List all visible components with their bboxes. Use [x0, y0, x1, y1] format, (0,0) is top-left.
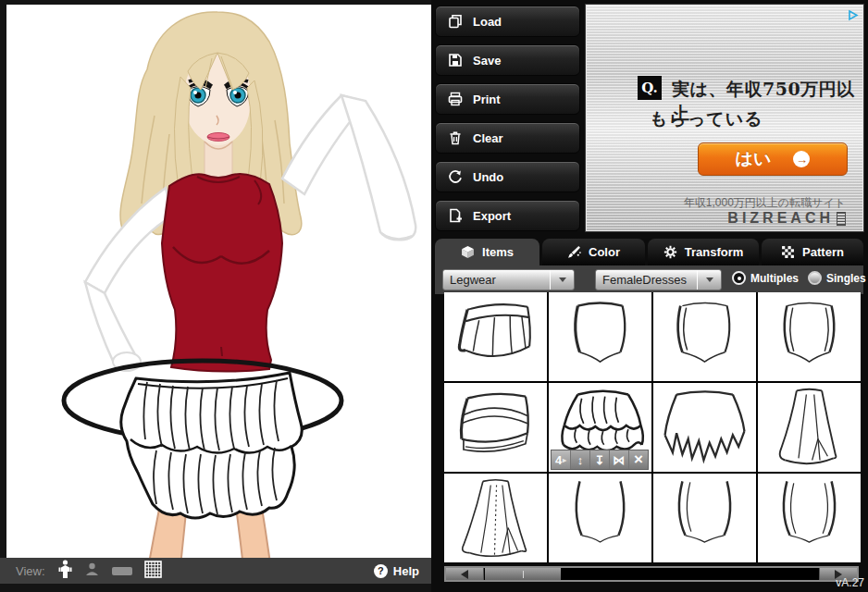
subcategory-dropdown-value: FemaleDresses: [596, 270, 697, 290]
radio-selected-icon: [732, 271, 746, 285]
layer-stepper[interactable]: 4 ▸: [552, 450, 571, 469]
item-thumbnail-skirt-fitted-side-line[interactable]: [653, 292, 756, 381]
item-thumbnail-skirt-outline-double-line[interactable]: [758, 474, 861, 562]
flip-horizontal-icon[interactable]: ⋈: [610, 450, 629, 469]
ruffled-skirt-item[interactable]: [121, 373, 303, 518]
character-canvas[interactable]: [6, 5, 431, 584]
item-grid: 4 ▸ ↕ ↧ ⋈ ×: [444, 292, 861, 562]
dropdown-arrow-button[interactable]: [697, 270, 721, 290]
layer-arrow-icon: ▸: [563, 456, 566, 464]
print-button[interactable]: Print: [435, 83, 580, 115]
grid-view-icon[interactable]: [144, 561, 162, 582]
arrow-right-icon: →: [793, 151, 810, 167]
item-thumbnail-skirt-pleated-mini[interactable]: [444, 292, 547, 381]
scroll-left-button[interactable]: [446, 568, 484, 580]
tab-transform[interactable]: Transform: [648, 239, 759, 265]
ad-footer-text: 年収1,000万円以上の転職サイト: [684, 195, 846, 211]
item-thumbnail-skirt-ruffled-tiered[interactable]: 4 ▸ ↕ ↧ ⋈ ×: [549, 383, 651, 472]
item-thumbnail-skirt-long-flared[interactable]: [758, 383, 861, 472]
tool-button-stack: Load Save Print Clear Undo Export: [435, 6, 580, 231]
version-label: vA.27: [836, 576, 864, 589]
brush-icon: [567, 245, 581, 259]
undo-icon: [448, 169, 463, 184]
view-bar: View: ? Help: [0, 558, 431, 584]
help-button[interactable]: ? Help: [374, 564, 419, 578]
item-thumbnail-skirt-jagged-hem[interactable]: [653, 383, 756, 472]
export-button[interactable]: Export: [435, 200, 580, 231]
radio-unselected-icon: [808, 271, 822, 285]
load-icon: [448, 14, 463, 29]
move-down-icon[interactable]: ↧: [590, 450, 610, 469]
full-body-view-icon[interactable]: [58, 560, 72, 583]
character-sleeve-right[interactable]: [282, 95, 415, 240]
bust-view-icon[interactable]: [84, 562, 100, 580]
item-thumbnail-skirt-plain-fitted[interactable]: [549, 292, 651, 381]
item-thumbnail-skirt-fitted-double-line[interactable]: [758, 292, 861, 381]
gear-icon: [663, 245, 677, 259]
save-button[interactable]: Save: [435, 44, 580, 76]
category-dropdown-value: Legwear: [443, 270, 550, 290]
item-thumbnail-skirt-asymmetric-layered[interactable]: [444, 383, 547, 472]
help-icon: ?: [374, 564, 388, 578]
filter-bar: Legwear FemaleDresses Multiples Singles: [435, 265, 863, 294]
adchoices-icon[interactable]: [848, 8, 860, 25]
ad-headline-line2: もらっている: [650, 107, 763, 131]
checker-icon: [781, 245, 795, 259]
delete-icon[interactable]: ×: [629, 450, 648, 469]
item-thumbnail-skirt-outline-plain[interactable]: [549, 474, 651, 562]
bizreach-logo-mark: [837, 212, 846, 226]
ad-brand: BIZREACH: [727, 210, 846, 227]
load-button[interactable]: Load: [435, 6, 580, 37]
category-dropdown[interactable]: Legwear: [442, 269, 575, 290]
selected-item-toolbar: 4 ▸ ↕ ↧ ⋈ ×: [551, 450, 649, 470]
arrow-left-icon: [461, 570, 468, 579]
chevron-down-icon: [559, 278, 566, 282]
help-label: Help: [393, 564, 419, 578]
advertisement[interactable]: Q. 実は、年収750万円以上 もらっている はい → 年収1,000万円以上の…: [586, 5, 863, 231]
view-label: View:: [16, 564, 45, 578]
dropdown-arrow-button[interactable]: [550, 270, 574, 290]
tab-items[interactable]: Items: [435, 239, 539, 265]
multiples-radio[interactable]: Multiples: [732, 271, 799, 285]
undo-button[interactable]: Undo: [435, 161, 580, 192]
strip-view-icon[interactable]: [112, 567, 132, 575]
mode-radio-group: Multiples Singles: [732, 271, 866, 285]
singles-radio[interactable]: Singles: [808, 271, 866, 285]
character-figure: [6, 5, 431, 584]
box-icon: [461, 245, 475, 259]
chevron-down-icon: [706, 278, 713, 282]
tab-color[interactable]: Color: [542, 239, 645, 265]
tab-pattern[interactable]: Pattern: [762, 239, 863, 265]
scrollbar-thumb[interactable]: [485, 568, 561, 580]
move-up-icon[interactable]: ↕: [571, 450, 590, 469]
item-thumbnail-skirt-long-flared-2[interactable]: [444, 474, 547, 562]
ad-q-badge: Q.: [638, 76, 662, 100]
clear-icon: [448, 130, 463, 145]
red-top-item[interactable]: [162, 174, 282, 371]
clear-button[interactable]: Clear: [435, 122, 580, 154]
grid-horizontal-scrollbar[interactable]: [444, 566, 859, 582]
save-icon: [448, 53, 463, 68]
subcategory-dropdown[interactable]: FemaleDresses: [595, 269, 722, 290]
print-icon: [448, 92, 463, 106]
export-icon: [448, 208, 463, 223]
ad-cta-button[interactable]: はい →: [698, 142, 848, 176]
item-thumbnail-skirt-outline-side-line[interactable]: [653, 474, 756, 562]
